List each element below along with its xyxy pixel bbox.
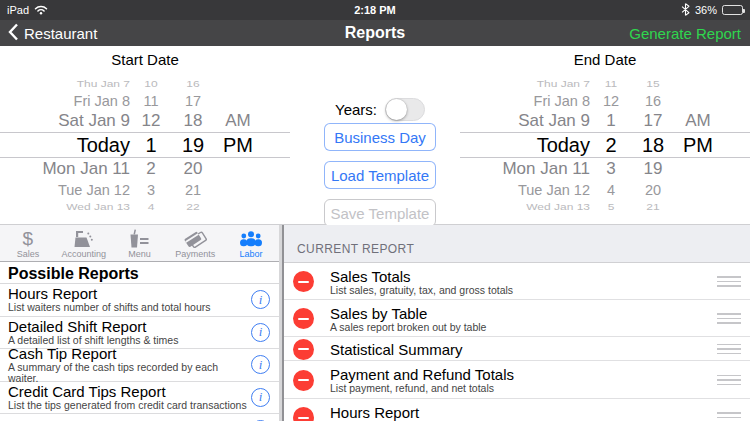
screen: iPad 2:18 PM 36% (0, 0, 750, 421)
report-subtitle: List waiters number of shifts and total … (8, 302, 211, 313)
reports-area: $ Sales Accounting (0, 225, 750, 421)
start-date-picker[interactable]: Thu Jan 71016 Fri Jan 81117 Sat Jan 9121… (0, 76, 290, 214)
battery-icon (722, 5, 743, 15)
report-item-credit-card-tips-report[interactable]: Credit Card Tips Report List the tips ge… (0, 382, 279, 415)
wifi-icon (34, 4, 48, 17)
current-item-payment-and-refund-totals[interactable]: Payment and Refund Totals List payment, … (284, 361, 750, 399)
remove-icon[interactable] (293, 271, 314, 292)
picker-row: Sat Jan 91218AM (0, 110, 290, 132)
picker-row: Thu Jan 71016 (0, 77, 290, 89)
report-title: Detailed Shift Report (8, 319, 178, 335)
picker-row: Wed Jan 13422 (0, 200, 290, 212)
info-icon[interactable]: i (251, 355, 270, 374)
years-toggle[interactable] (385, 98, 425, 121)
device-label: iPad (7, 4, 29, 16)
end-date-title: End Date (460, 51, 750, 68)
report-subtitle: List the tips generated from credit card… (8, 400, 247, 411)
generate-report-button[interactable]: Generate Report (629, 25, 750, 42)
date-controls-area: Start Date End Date Thu Jan 71016 Fri Ja… (0, 46, 750, 225)
back-button[interactable]: Restaurant (0, 23, 97, 44)
picker-row: Mon Jan 11319 (460, 158, 750, 180)
back-chevron-icon (8, 23, 19, 44)
current-report-panel: CURRENT REPORT Sales Totals List sales, … (284, 225, 750, 421)
tab-labor[interactable]: Labor (223, 225, 279, 261)
current-item-sales-totals[interactable]: Sales Totals List sales, gratuity, tax, … (284, 263, 750, 300)
business-day-button[interactable]: Business Day (324, 123, 436, 151)
picker-selected-row: Today119PM (0, 132, 290, 158)
back-label: Restaurant (24, 25, 97, 42)
reorder-handle-icon[interactable] (717, 310, 741, 327)
current-item-title: Hours Report (330, 404, 717, 421)
possible-reports-header: Possible Reports (0, 262, 279, 284)
tab-menu[interactable]: Menu (112, 225, 168, 261)
people-group-icon (239, 229, 263, 248)
possible-reports-panel: $ Sales Accounting (0, 225, 279, 421)
current-item-title: Sales by Table (330, 305, 717, 322)
cash-register-icon (72, 229, 96, 248)
tab-accounting[interactable]: Accounting (56, 225, 112, 261)
current-item-statistical-summary[interactable]: Statistical Summary (284, 337, 750, 361)
category-tab-bar: $ Sales Accounting (0, 225, 279, 262)
current-report-header: CURRENT REPORT (284, 225, 750, 263)
nav-bar: Restaurant Reports Generate Report (0, 20, 750, 46)
current-item-title: Payment and Refund Totals (330, 366, 717, 383)
report-item-hours-report[interactable]: Hours Report List waiters number of shif… (0, 284, 279, 317)
picker-row: Tue Jan 12321 (0, 180, 290, 199)
report-subtitle: A summary of the cash tips recorded by e… (8, 362, 251, 384)
remove-icon[interactable] (293, 308, 314, 329)
load-template-button[interactable]: Load Template (324, 161, 436, 189)
battery-percent: 36% (695, 4, 717, 16)
remove-icon[interactable] (293, 370, 314, 391)
toggle-knob (386, 99, 407, 120)
tab-payments[interactable]: Payments (167, 225, 223, 261)
start-date-title: Start Date (0, 51, 290, 68)
current-item-subtitle: List sales, gratuity, tax, and gross tot… (330, 285, 717, 296)
reorder-handle-icon[interactable] (717, 372, 741, 389)
reorder-handle-icon[interactable] (717, 273, 741, 290)
current-item-hours-report[interactable]: Hours Report List waiters number of shif… (284, 399, 750, 421)
current-item-title: Sales Totals (330, 268, 717, 285)
drink-menu-icon (127, 229, 151, 248)
save-template-button[interactable]: Save Template (324, 199, 436, 227)
current-item-subtitle: A sales report broken out by table (330, 322, 717, 333)
report-title: Cash Tip Report (8, 346, 251, 362)
end-date-picker[interactable]: Thu Jan 71115 Fri Jan 81216 Sat Jan 9117… (460, 76, 750, 214)
current-item-subtitle: List payment, refund, and net totals (330, 383, 717, 394)
remove-icon[interactable] (293, 339, 314, 360)
dollar-icon: $ (23, 229, 34, 248)
picker-row: Thu Jan 71115 (460, 77, 750, 89)
info-icon[interactable]: i (251, 323, 270, 342)
picker-row: Tue Jan 12420 (460, 180, 750, 199)
picker-row: Fri Jan 81216 (460, 91, 750, 110)
clock: 2:18 PM (0, 4, 750, 16)
report-title: Hours Report (8, 286, 211, 302)
report-item-cash-tip-report[interactable]: Cash Tip Report A summary of the cash ti… (0, 349, 279, 382)
credit-cards-icon (183, 229, 207, 248)
current-item-sales-by-table[interactable]: Sales by Table A sales report broken out… (284, 300, 750, 337)
report-item-waiter-tip-summary[interactable]: Waiter Tip Summary i (0, 414, 279, 421)
picker-row: Wed Jan 13521 (460, 200, 750, 212)
reorder-handle-icon[interactable] (717, 341, 741, 358)
picker-selected-row: Today218PM (460, 132, 750, 158)
reorder-handle-icon[interactable] (717, 409, 741, 421)
years-label: Years: (335, 101, 377, 118)
report-title: Credit Card Tips Report (8, 384, 247, 400)
tab-sales[interactable]: $ Sales (0, 225, 56, 261)
picker-row: Sat Jan 9117AM (460, 110, 750, 132)
info-icon[interactable]: i (251, 388, 270, 407)
remove-icon[interactable] (293, 407, 314, 421)
current-item-title: Statistical Summary (330, 341, 717, 358)
picker-row: Mon Jan 11220 (0, 158, 290, 180)
info-icon[interactable]: i (251, 290, 270, 309)
bluetooth-icon (681, 3, 690, 18)
status-bar: iPad 2:18 PM 36% (0, 0, 750, 20)
picker-row: Fri Jan 81117 (0, 91, 290, 110)
